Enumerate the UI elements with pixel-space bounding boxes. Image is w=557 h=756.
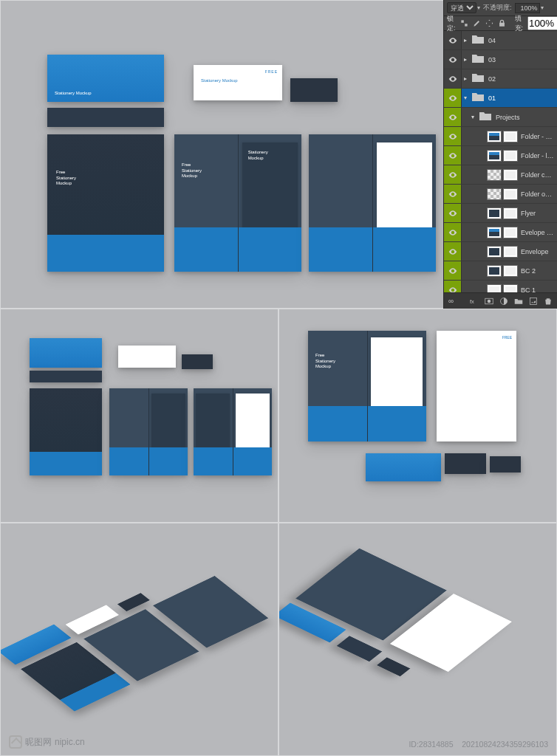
visibility-toggle[interactable] [444,108,462,126]
layer-mask-thumbnail[interactable] [503,207,518,219]
layer-thumbnail[interactable] [487,227,502,238]
folder-open-title: Free Stationery Mockup [182,162,202,179]
mockup-bc2 [290,78,338,102]
layer-name[interactable]: 02 [488,75,557,83]
adjustment-icon[interactable] [499,297,508,306]
layer-mask-thumbnail[interactable] [503,188,518,200]
folder-icon [472,34,485,47]
chevron-right-icon[interactable]: ▸ [462,56,469,63]
preview-cell-2 [0,309,278,523]
layer-thumbnail[interactable] [487,188,502,200]
footer-meta: ID:28314885 20210824234359296103 [409,740,548,749]
visibility-toggle[interactable] [444,127,462,145]
chevron-right-icon[interactable]: ▸ [462,75,469,82]
layer-thumbnail[interactable] [487,131,502,142]
folder-icon [479,111,493,124]
layer-mask-thumbnail[interactable] [503,169,518,181]
layer-row[interactable]: Folder opened [444,185,557,204]
visibility-toggle[interactable] [444,261,462,280]
layer-mask-thumbnail[interactable] [503,227,518,238]
visibility-toggle[interactable] [444,223,462,241]
layer-name[interactable]: BC 1 [521,286,557,293]
layer-row[interactable]: Folder - left pocket [444,146,557,165]
fill-input[interactable] [527,16,557,30]
preview-cell-5 [278,523,557,756]
mockup-letterhead: FREE [437,331,516,441]
layer-thumbnail[interactable] [487,150,502,162]
lock-move-icon[interactable] [485,18,493,29]
blend-mode-select[interactable]: 穿透 [447,2,476,13]
layer-mask-thumbnail[interactable] [503,265,518,277]
layer-name[interactable]: Projects [496,114,557,121]
layer-thumbnail[interactable] [487,246,502,258]
visibility-toggle[interactable] [444,146,462,165]
layer-row[interactable]: Folder - right pocket [444,127,557,146]
layer-name[interactable]: Folder - left pocket [521,152,557,159]
layer-mask-thumbnail[interactable] [503,150,518,162]
mockup-envelope-top: Stationery Mockup [47,55,164,102]
layer-mask-thumbnail[interactable] [503,246,518,258]
layer-name[interactable]: 03 [488,56,557,63]
mockup-folder-open-c: Free Stationery Mockup [308,331,426,441]
layer-name[interactable]: BC 2 [521,267,557,275]
visibility-toggle[interactable] [444,50,462,69]
chevron-down-icon[interactable]: ▾ [462,94,469,101]
preview-cell-3: Free Stationery Mockup FREE [278,309,557,523]
layer-row[interactable]: ▸02 [444,69,557,89]
visibility-toggle[interactable] [444,281,462,292]
layer-name[interactable]: Folder opened [521,190,557,198]
visibility-toggle[interactable] [444,204,462,222]
new-layer-icon[interactable] [529,297,538,306]
layer-row[interactable]: BC 1 [444,281,557,292]
svg-text:fx: fx [470,298,474,305]
watermark-logo-icon [9,735,22,749]
layer-row[interactable]: ▾01 [444,89,557,108]
layer-name[interactable]: 01 [488,94,557,102]
layer-list[interactable]: ▸04▸03▸02▾01▾ProjectsFolder - right pock… [444,31,557,292]
lock-transparent-icon[interactable] [460,18,468,29]
visibility-toggle[interactable] [444,89,462,107]
svg-rect-6 [530,298,537,304]
group-icon[interactable] [514,297,523,306]
folder-icon [472,72,485,86]
layer-name[interactable]: 04 [488,37,557,44]
visibility-toggle[interactable] [444,69,462,88]
trash-icon[interactable] [544,297,553,306]
layer-name[interactable]: Folder - right pocket [521,133,557,140]
mask-icon[interactable] [485,297,493,306]
panel-blend-row: 穿透 ▾ 不透明度: ▾ [444,0,557,16]
chevron-down-icon: ▾ [541,4,544,11]
layer-name[interactable]: Envelope [521,248,557,255]
layer-mask-thumbnail[interactable] [503,284,518,293]
layer-row[interactable]: ▸03 [444,50,557,69]
bc1-label: Stationery Mockup [201,78,238,84]
lock-brush-icon[interactable] [473,18,481,29]
layer-row[interactable]: ▾Projects [444,108,557,127]
visibility-toggle[interactable] [444,242,462,261]
footer-time-value: 20210824234359296103 [462,740,548,749]
layer-thumbnail[interactable] [487,265,502,277]
visibility-toggle[interactable] [444,31,462,49]
envelope-top-label: Stationery Mockup [55,91,92,97]
link-layers-icon[interactable]: ∞ [448,297,454,305]
layer-thumbnail[interactable] [487,284,502,293]
layer-row[interactable]: BC 2 [444,261,557,281]
layer-row[interactable]: Envelope [444,242,557,261]
layer-name[interactable]: Folder cover [521,171,557,179]
chevron-down-icon[interactable]: ▾ [469,114,476,120]
fx-icon[interactable]: fx [470,297,479,306]
layer-row[interactable]: Evelope top [444,223,557,242]
layer-row[interactable]: Folder cover [444,165,557,185]
opacity-input[interactable] [515,3,540,13]
visibility-toggle[interactable] [444,165,462,184]
chevron-right-icon[interactable]: ▸ [462,37,469,44]
visibility-toggle[interactable] [444,185,462,203]
layer-name[interactable]: Flyer [521,210,557,217]
layer-name[interactable]: Evelope top [521,229,557,236]
layer-row[interactable]: Flyer [444,204,557,223]
layer-mask-thumbnail[interactable] [503,131,518,142]
layer-thumbnail[interactable] [487,207,502,219]
layer-row[interactable]: ▸04 [444,31,557,50]
lock-all-icon[interactable] [498,18,506,29]
layer-thumbnail[interactable] [487,169,502,181]
